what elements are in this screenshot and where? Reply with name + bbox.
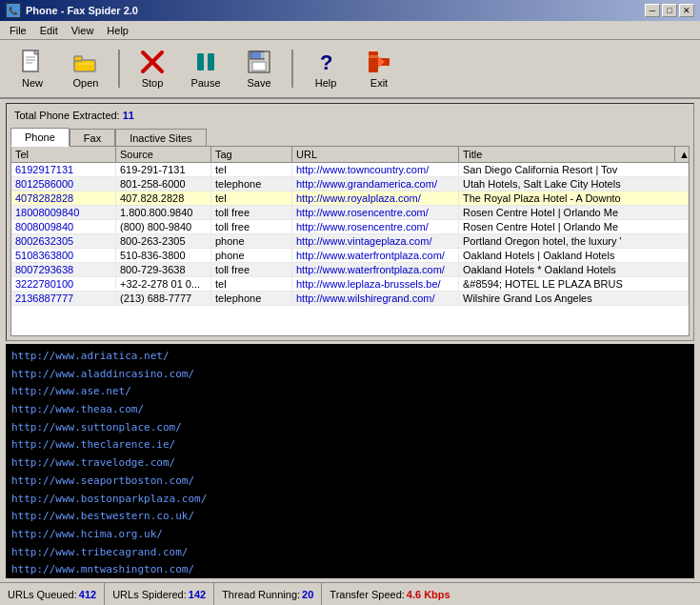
save-icon: [246, 49, 272, 75]
table-cell: 407.828.2828: [116, 192, 211, 205]
log-line: http://www.theclarence.ie/: [11, 436, 689, 454]
table-cell: 5108363800: [11, 249, 116, 262]
table-cell: +32-2-278 01 0...: [116, 277, 211, 291]
pause-label: Pause: [190, 77, 220, 89]
svg-rect-6: [74, 56, 82, 61]
title-bar-left: 📞 Phone - Fax Spider 2.0: [6, 3, 138, 18]
app-icon: 📞: [6, 3, 21, 18]
table-cell: 8007293638: [11, 263, 116, 276]
phone-table: Tel Source Tag URL Title ▲ 6192917131619…: [10, 146, 690, 336]
tab-phone[interactable]: Phone: [10, 128, 70, 147]
tab-inactive[interactable]: Inactive Sites: [115, 129, 206, 147]
extracted-value: 11: [123, 110, 134, 121]
menu-file[interactable]: File: [4, 24, 32, 37]
table-cell: http://www.rosencentre.com/: [292, 220, 459, 233]
table-cell: (800) 800-9840: [116, 220, 211, 233]
log-line: http://www.mntwashington.com/: [11, 561, 689, 578]
minimize-button[interactable]: ─: [645, 4, 660, 17]
log-line: http://www.adriatica.net/: [11, 348, 689, 366]
urls-spidered-label: URLs Spidered:: [112, 589, 187, 600]
table-row[interactable]: 8008009840(800) 800-9840toll freehttp://…: [11, 220, 689, 234]
new-button[interactable]: New: [8, 44, 57, 93]
table-cell: http://www.waterfrontplaza.com/: [292, 249, 459, 262]
table-row[interactable]: 8002632305800-263-2305phonehttp://www.vi…: [11, 234, 689, 249]
title-bar-controls: ─ □ ✕: [645, 4, 694, 17]
extracted-label: Total Phone Extracted:: [14, 110, 123, 121]
log-line: http://www.suttonplace.com/: [11, 419, 689, 437]
table-cell: 510-836-3800: [116, 249, 211, 262]
menu-help[interactable]: Help: [101, 24, 134, 37]
open-icon: [72, 49, 99, 75]
table-cell: The Royal Plaza Hotel - A Downto: [459, 192, 689, 205]
table-cell: tel: [211, 192, 292, 205]
log-line: http://www.bestwestern.co.uk/: [11, 508, 689, 526]
table-cell: 4078282828: [11, 192, 116, 205]
maximize-button[interactable]: □: [662, 4, 677, 17]
svg-rect-14: [252, 62, 266, 71]
exit-button[interactable]: Exit: [354, 44, 404, 93]
log-area[interactable]: http://www.adriatica.net/http://www.alad…: [6, 344, 694, 578]
table-cell: phone: [211, 249, 292, 262]
log-line: http://www.travelodge.com/: [11, 454, 689, 473]
table-cell: telephone: [211, 177, 292, 191]
new-label: New: [22, 77, 43, 89]
pause-button[interactable]: Pause: [181, 44, 230, 93]
table-cell: 801-258-6000: [116, 177, 211, 191]
table-cell: Portland Oregon hotel, the luxury ': [459, 234, 689, 248]
table-row[interactable]: 8007293638800-729-3638toll freehttp://ww…: [11, 263, 689, 277]
log-line: http://www.hcima.org.uk/: [11, 526, 689, 544]
table-cell: http://www.wilshiregrand.com/: [292, 292, 459, 305]
table-cell: http://www.leplaza-brussels.be/: [292, 277, 459, 291]
stop-button[interactable]: Stop: [128, 44, 177, 93]
table-row[interactable]: 5108363800510-836-3800phonehttp://www.wa…: [11, 249, 689, 263]
stop-icon: [139, 49, 166, 75]
extracted-count: Total Phone Extracted: 11: [10, 108, 690, 123]
urls-queued-label: URLs Queued:: [8, 589, 77, 600]
col-title: Title: [459, 147, 675, 162]
toolbar-sep-2: [291, 50, 293, 88]
close-button[interactable]: ✕: [679, 4, 694, 17]
table-cell: Rosen Centre Hotel | Orlando Me: [459, 206, 689, 219]
svg-rect-17: [369, 51, 378, 72]
svg-text:?: ?: [320, 50, 332, 74]
help-label: Help: [315, 77, 337, 89]
menu-view[interactable]: View: [66, 24, 100, 37]
table-cell: telephone: [211, 292, 292, 305]
thread-running-value: 20: [302, 589, 313, 600]
table-body[interactable]: 6192917131619-291-7131telhttp://www.town…: [11, 163, 689, 313]
help-button[interactable]: ? Help: [301, 44, 350, 93]
transfer-speed-label: Transfer Speed:: [330, 589, 404, 600]
log-line: http://www.theaa.com/: [11, 401, 689, 419]
col-url: URL: [292, 147, 459, 162]
table-cell: Oakland Hotels | Oakland Hotels: [459, 249, 689, 262]
toolbar: New Open Stop Pause: [0, 40, 700, 99]
col-source: Source: [116, 147, 211, 162]
table-cell: 800-263-2305: [116, 234, 211, 248]
table-row[interactable]: 8012586000801-258-6000telephonehttp://ww…: [11, 177, 689, 192]
table-cell: 8012586000: [11, 177, 116, 191]
table-row[interactable]: 180080098401.800.800.9840toll freehttp:/…: [11, 206, 689, 220]
table-cell: 18008009840: [11, 206, 116, 219]
open-button[interactable]: Open: [61, 44, 110, 93]
table-row[interactable]: 2136887777(213) 688-7777telephonehttp://…: [11, 292, 689, 306]
table-cell: http://www.towncountry.com/: [292, 163, 459, 176]
svg-rect-5: [74, 60, 95, 71]
table-cell: 8008009840: [11, 220, 116, 233]
tab-bar: Phone Fax Inactive Sites: [10, 127, 690, 146]
status-bar: URLs Queued: 412 URLs Spidered: 142 Thre…: [0, 582, 700, 605]
table-header: Tel Source Tag URL Title ▲: [11, 147, 689, 163]
table-cell: Wilshire Grand Los Angeles: [459, 292, 689, 305]
title-bar: 📞 Phone - Fax Spider 2.0 ─ □ ✕: [0, 0, 700, 21]
table-cell: 2136887777: [11, 292, 116, 305]
table-cell: 800-729-3638: [116, 263, 211, 276]
table-cell: http://www.vintageplaza.com/: [292, 234, 459, 248]
table-row[interactable]: 3222780100+32-2-278 01 0...telhttp://www…: [11, 277, 689, 292]
col-tag: Tag: [211, 147, 292, 162]
svg-rect-15: [261, 52, 265, 58]
tab-fax[interactable]: Fax: [70, 129, 115, 147]
table-row[interactable]: 4078282828407.828.2828telhttp://www.roya…: [11, 192, 689, 206]
table-cell: toll free: [211, 263, 292, 276]
save-button[interactable]: Save: [234, 44, 284, 93]
menu-edit[interactable]: Edit: [34, 24, 64, 37]
table-row[interactable]: 6192917131619-291-7131telhttp://www.town…: [11, 163, 689, 177]
